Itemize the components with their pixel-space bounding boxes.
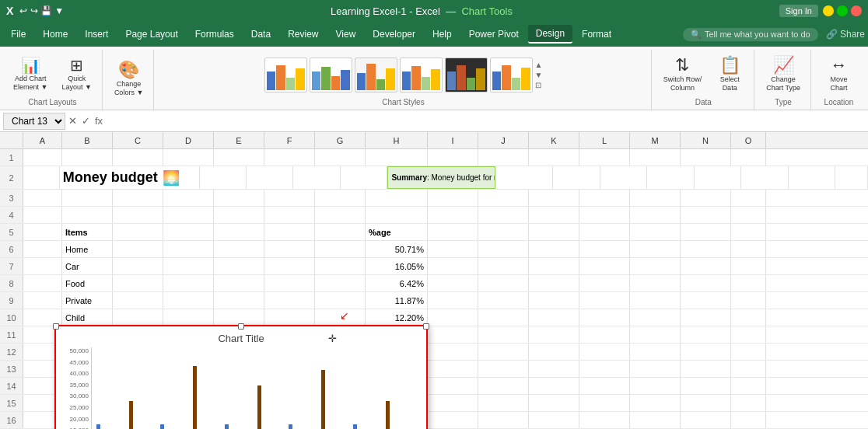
cell-h6[interactable]: 50.71% [366,241,428,257]
cell-i9[interactable] [428,292,478,309]
cell-g9[interactable] [315,292,366,309]
cell-b5[interactable]: Items [62,224,113,240]
cell-j12[interactable] [478,344,529,360]
chart-title[interactable]: Chart Title [56,326,426,347]
cell-e5[interactable] [214,224,264,240]
menu-developer[interactable]: Developer [365,26,423,43]
cell-h9[interactable]: 11.87% [366,292,428,309]
cell-e1[interactable] [214,149,264,166]
cell-i2[interactable] [553,166,600,189]
chart-style-dark[interactable] [445,58,488,92]
cell-b7[interactable]: Car [62,258,113,274]
cell-i1[interactable] [428,149,478,166]
cell-b9[interactable]: Private [62,292,113,309]
cell-k3[interactable] [529,190,579,206]
menu-help[interactable]: Help [425,26,460,43]
cell-reference-input[interactable]: Chart 13 [3,113,65,130]
menu-formulas[interactable]: Formulas [187,26,242,43]
switch-row-col-button[interactable]: ⇅ Switch Row/Column [658,53,708,96]
cell-j9[interactable] [478,292,529,309]
cell-k13[interactable] [529,361,579,377]
cell-g3[interactable] [315,190,366,206]
cell-d7[interactable] [163,258,214,274]
cell-h7[interactable]: 16.05% [366,258,428,274]
cell-e4[interactable] [214,207,264,223]
cell-i13[interactable] [428,361,478,377]
cell-l11[interactable] [579,326,630,343]
cell-a1[interactable] [23,149,62,166]
menu-page-layout[interactable]: Page Layout [117,26,185,43]
cell-g2[interactable]: Summary: Money budget for record each mo… [387,166,495,189]
cell-k6[interactable] [529,241,579,257]
cell-m11[interactable] [630,326,681,343]
cell-k14[interactable] [529,378,579,394]
cell-n4[interactable] [681,207,731,223]
cell-d5[interactable] [163,224,214,240]
cell-k1[interactable] [529,149,579,166]
cell-o10[interactable] [731,309,766,326]
cell-o4[interactable] [731,207,766,223]
cell-f3[interactable] [264,190,315,206]
cell-d8[interactable] [163,275,214,291]
col-header-m[interactable]: M [630,132,681,148]
menu-design[interactable]: Design [528,25,572,44]
cell-f5[interactable] [264,224,315,240]
cell-f6[interactable] [264,241,315,257]
menu-review[interactable]: Review [280,26,326,43]
cell-o16[interactable] [731,412,766,428]
cell-l4[interactable] [579,207,630,223]
cell-n7[interactable] [681,258,731,274]
cell-l6[interactable] [579,241,630,257]
expand-arrow[interactable]: ⊡ [535,81,543,89]
cell-h4[interactable] [366,207,428,223]
sign-in-button[interactable]: Sign In [779,5,818,17]
cell-o12[interactable] [731,344,766,360]
cell-o5[interactable] [731,224,766,240]
cell-h2[interactable] [495,166,553,189]
cell-c10[interactable] [113,309,163,326]
cell-f8[interactable] [264,275,315,291]
cell-o14[interactable] [731,378,766,394]
cell-m7[interactable] [630,258,681,274]
menu-data[interactable]: Data [243,26,278,43]
cell-l10[interactable] [579,309,630,326]
cell-j16[interactable] [478,412,529,428]
cell-a2[interactable] [23,166,60,189]
cell-j13[interactable] [478,361,529,377]
cell-c9[interactable] [113,292,163,309]
cell-j15[interactable] [478,395,529,411]
cell-f2[interactable] [341,166,387,189]
cell-n3[interactable] [681,190,731,206]
cell-o11[interactable] [731,326,766,343]
cell-g5[interactable] [315,224,366,240]
cell-b8[interactable]: Food [62,275,113,291]
col-header-a[interactable]: A [23,132,62,148]
cell-e6[interactable] [214,241,264,257]
cell-n10[interactable] [681,309,731,326]
cell-b3[interactable] [62,190,113,206]
cell-d10[interactable] [163,309,214,326]
cell-n9[interactable] [681,292,731,309]
cell-m6[interactable] [630,241,681,257]
minimize-button[interactable] [823,5,834,16]
cell-m4[interactable] [630,207,681,223]
col-header-j[interactable]: J [478,132,529,148]
cell-h5[interactable]: %age [366,224,428,240]
cell-k2[interactable] [647,166,694,189]
cell-j11[interactable] [478,326,529,343]
cell-d4[interactable] [163,207,214,223]
cell-c2[interactable] [200,166,247,189]
scroll-up-arrow[interactable]: ▲ [535,61,543,69]
cell-b2[interactable]: Money budget 🌅 [60,166,200,189]
cell-k7[interactable] [529,258,579,274]
cell-m1[interactable] [630,149,681,166]
menu-insert[interactable]: Insert [77,26,116,43]
cell-f1[interactable] [264,149,315,166]
cell-i10[interactable] [428,309,478,326]
scroll-down-arrow[interactable]: ▼ [535,71,543,79]
cell-n11[interactable] [681,326,731,343]
resize-handle-tl[interactable] [53,323,59,330]
menu-file[interactable]: File [3,26,33,43]
col-header-d[interactable]: D [163,132,214,148]
cell-n1[interactable] [681,149,731,166]
